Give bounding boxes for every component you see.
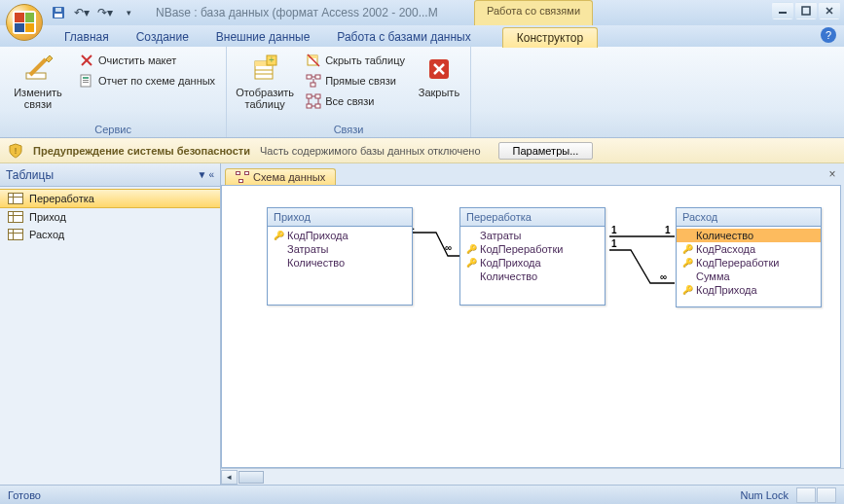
cardinality-many: ∞ [445, 242, 452, 253]
table-field[interactable]: 🔑КодПрихода [677, 283, 821, 297]
table-field[interactable]: 🔑КодРасхода [677, 242, 821, 256]
table-field[interactable]: Количество [460, 270, 605, 283]
table-field[interactable]: Сумма [677, 270, 821, 283]
close-button[interactable] [819, 2, 840, 19]
svg-rect-29 [315, 94, 320, 98]
view-button-1[interactable] [796, 487, 816, 503]
tab-home[interactable]: Главная [51, 27, 123, 47]
scroll-thumb[interactable] [239, 471, 264, 484]
tab-designer[interactable]: Конструктор [502, 27, 598, 48]
table-field[interactable]: 🔑КодПрихода [268, 229, 412, 242]
edit-relationships-button[interactable]: Изменить связи [6, 51, 70, 113]
field-name: КодПереработки [696, 257, 779, 269]
field-name: Сумма [696, 270, 730, 282]
nav-item-prihod[interactable]: Приход [0, 208, 220, 226]
table-field[interactable]: 🔑КодПереработки [677, 256, 821, 270]
field-name: КодРасхода [696, 243, 755, 255]
save-icon[interactable] [49, 3, 68, 22]
redo-icon[interactable]: ↷▾ [95, 3, 115, 22]
table-field[interactable]: 🔑КодПереработки [460, 242, 605, 256]
security-warning-bar: ! Предупреждение системы безопасности Ча… [0, 138, 844, 163]
context-tab-label: Работа со связями [474, 0, 593, 25]
field-name: Затраты [287, 243, 329, 255]
undo-icon[interactable]: ↶▾ [72, 3, 92, 22]
maximize-button[interactable] [795, 2, 817, 19]
table-field[interactable]: Количество [268, 256, 412, 270]
key-icon: 🔑 [682, 258, 692, 268]
edit-relationships-icon [22, 54, 54, 85]
svg-rect-28 [307, 94, 312, 98]
office-button[interactable] [6, 4, 43, 41]
ribbon-group-label: Сервис [6, 123, 220, 137]
key-icon: 🔑 [682, 285, 692, 295]
show-table-icon: + [249, 54, 280, 85]
svg-rect-23 [307, 75, 312, 79]
table-field[interactable]: Затраты [268, 242, 412, 256]
field-name: КодПереработки [480, 243, 563, 255]
window-title: NBase : база данных (формат Access 2002 … [156, 6, 438, 19]
nav-pane-header[interactable]: Таблицы ▼ « [0, 163, 220, 187]
table-header: Расход [677, 208, 821, 227]
svg-rect-4 [802, 7, 810, 15]
svg-rect-13 [83, 82, 89, 83]
direct-relationships-icon [306, 73, 321, 89]
table-field[interactable]: Затраты [460, 229, 605, 242]
direct-relationships-button[interactable]: Прямые связи [301, 71, 410, 90]
nav-item-pererabotka[interactable]: Переработка [0, 189, 220, 208]
hide-table-icon [306, 53, 321, 68]
svg-rect-30 [307, 104, 312, 108]
ribbon-group-service: Изменить связи Очистить макет Отчет по с… [0, 47, 227, 137]
security-options-button[interactable]: Параметры... [498, 142, 594, 160]
key-icon: 🔑 [466, 244, 476, 254]
table-prihod[interactable]: Приход 🔑КодПриходаЗатратыКоличество [267, 207, 413, 306]
report-icon [79, 73, 94, 89]
cardinality-one: 1 [665, 225, 671, 235]
horizontal-scrollbar[interactable]: ◂ [221, 468, 844, 485]
nav-item-rashod[interactable]: Расход [0, 226, 220, 243]
field-name: КодПрихода [696, 284, 757, 296]
nav-dropdown-icon[interactable]: ▼ [198, 169, 207, 180]
help-icon[interactable]: ? [821, 27, 836, 43]
clear-layout-button[interactable]: Очистить макет [74, 51, 220, 70]
table-field[interactable]: 🔑КодПрихода [460, 256, 605, 270]
scroll-left-button[interactable]: ◂ [221, 470, 238, 485]
status-bar: Готово Num Lock [0, 485, 844, 504]
shield-icon: ! [8, 143, 23, 159]
close-button-ribbon[interactable]: Закрыть [414, 51, 464, 101]
clear-layout-icon [79, 53, 94, 68]
field-name: Затраты [480, 230, 522, 241]
workspace: Схема данных × 1 ∞ 1 1 1 ∞ Приход 🔑КодПр… [221, 163, 844, 485]
doc-tab-schema[interactable]: Схема данных [225, 168, 336, 185]
table-field[interactable]: Количество [677, 229, 821, 242]
svg-rect-24 [315, 75, 320, 79]
table-pererabotka[interactable]: Переработка Затраты🔑КодПереработки🔑КодПр… [459, 207, 605, 306]
hide-table-button[interactable]: Скрыть таблицу [301, 51, 410, 70]
doc-close-button[interactable]: × [825, 166, 840, 182]
ribbon-tabs: Главная Создание Внешние данные Работа с… [0, 25, 844, 47]
qat-customize-icon[interactable]: ▾ [119, 3, 138, 22]
relationships-canvas[interactable]: 1 ∞ 1 1 1 ∞ Приход 🔑КодПриходаЗатратыКол… [221, 185, 841, 468]
svg-text:!: ! [15, 146, 18, 156]
ribbon-group-label: Связи [233, 123, 464, 137]
cardinality-one: 1 [611, 225, 617, 235]
tab-create[interactable]: Создание [123, 27, 202, 47]
tab-external-data[interactable]: Внешние данные [202, 27, 324, 47]
all-relationships-icon [306, 93, 321, 109]
tab-database-tools[interactable]: Работа с базами данных [323, 27, 484, 47]
ribbon-group-relationships: + Отобразить таблицу Скрыть таблицу Прям… [227, 47, 471, 137]
view-button-2[interactable] [817, 487, 836, 503]
svg-rect-1 [55, 14, 62, 18]
cardinality-one: 1 [611, 238, 617, 249]
security-title: Предупреждение системы безопасности [33, 145, 250, 157]
nav-collapse-icon[interactable]: « [208, 169, 214, 180]
all-relationships-button[interactable]: Все связи [301, 91, 410, 111]
table-icon [8, 193, 23, 204]
svg-rect-25 [311, 83, 315, 87]
minimize-button[interactable] [772, 2, 793, 19]
schema-report-button[interactable]: Отчет по схеме данных [74, 71, 220, 90]
nav-list: Переработка Приход Расход [0, 187, 220, 245]
show-table-button[interactable]: + Отобразить таблицу [233, 51, 297, 113]
field-name: Количество [480, 270, 537, 282]
navigation-pane: Таблицы ▼ « Переработка Приход Расход [0, 163, 221, 485]
table-rashod[interactable]: Расход Количество🔑КодРасхода🔑КодПерерабо… [676, 207, 822, 307]
